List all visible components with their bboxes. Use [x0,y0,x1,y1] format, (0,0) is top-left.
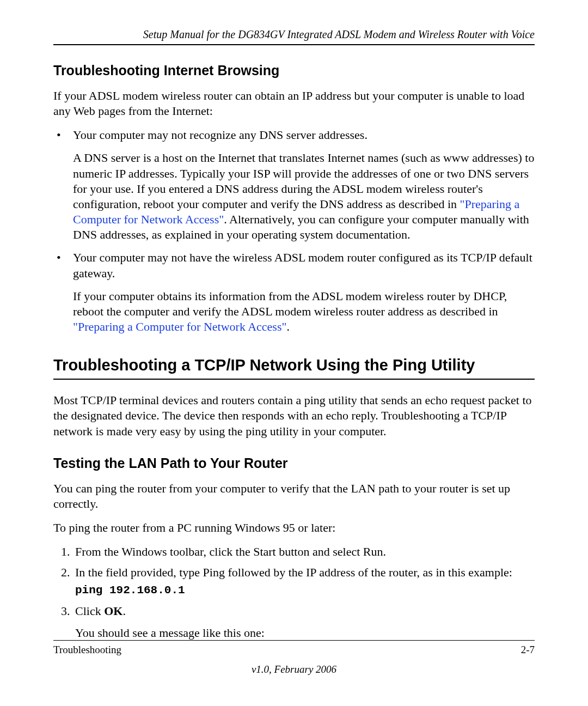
ordered-steps: From the Windows toolbar, click the Star… [53,544,535,641]
tcpip-intro-paragraph: Most TCP/IP terminal devices and routers… [53,393,535,439]
footer-page-number: 2-7 [521,644,535,656]
step-3-bold: OK [104,604,122,618]
step-3-post: . [122,604,126,618]
step-3-pre: Click [75,604,104,618]
lan-intro-paragraph: You can ping the router from your comput… [53,481,535,512]
footer-section-name: Troubleshooting [53,644,121,656]
bullet-text: Your computer may not have the wireless … [73,251,532,279]
bullet-gateway: Your computer may not have the wireless … [53,250,535,334]
footer-version: v1.0, February 2006 [53,664,535,675]
footer-line: Troubleshooting 2-7 [53,640,535,656]
heading-testing-lan-path: Testing the LAN Path to Your Router [53,455,535,471]
detail-text-after: . [286,320,290,333]
page-header: Setup Manual for the DG834GV Integrated … [53,28,535,45]
step-3-detail: You should see a message like this one: [75,625,535,641]
step-2: In the field provided, type Ping followe… [73,565,535,598]
heading-troubleshooting-internet-browsing: Troubleshooting Internet Browsing [53,63,535,78]
ping-command-code: ping 192.168.0.1 [75,583,535,598]
heading-troubleshooting-tcpip: Troubleshooting a TCP/IP Network Using t… [53,356,535,380]
bullet-dns: Your computer may not recognize any DNS … [53,127,535,242]
step-2-text: In the field provided, type Ping followe… [75,565,512,579]
link-preparing-computer[interactable]: "Preparing a Computer for Network Access… [73,320,286,333]
bullet-detail: A DNS server is a host on the Internet t… [73,150,535,242]
step-3: Click OK. You should see a message like … [73,604,535,641]
step-1: From the Windows toolbar, click the Star… [73,544,535,559]
document-page: Setup Manual for the DG834GV Integrated … [0,0,588,706]
bullet-detail: If your computer obtains its information… [73,289,535,334]
detail-text-before: If your computer obtains its information… [73,289,507,318]
intro-paragraph: If your ADSL modem wireless router can o… [53,88,535,119]
page-footer: Troubleshooting 2-7 v1.0, February 2006 [53,640,535,675]
lan-instruction-paragraph: To ping the router from a PC running Win… [53,520,535,535]
bullet-text: Your computer may not recognize any DNS … [73,128,367,142]
bullet-list: Your computer may not recognize any DNS … [53,127,535,334]
